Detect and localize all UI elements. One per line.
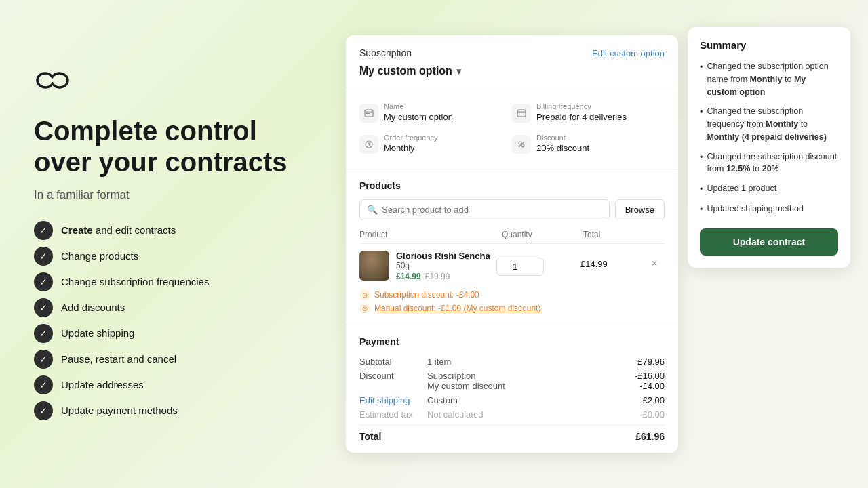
- col-product: Product: [359, 230, 502, 239]
- field-billing: Billing frequency Prepaid for 4 deliveri…: [512, 97, 665, 128]
- col-total: Total: [583, 230, 644, 239]
- feature-item-addresses: ✓ Update addresses: [34, 375, 312, 394]
- subtotal-label: Subtotal: [359, 357, 414, 367]
- discount-custom-amount: -£4.00: [639, 381, 665, 391]
- discount-desc-group: Subscription My custom discount: [427, 371, 624, 391]
- manual-discount-link[interactable]: Manual discount: -£1.00 (My custom disco…: [374, 304, 540, 313]
- subscription-discount-row: ⊙ Subscription discount: -£4.00: [359, 289, 665, 300]
- feature-item-shipping: ✓ Update shipping: [34, 324, 312, 343]
- discount-field-content: Discount 20% discount: [536, 134, 589, 153]
- field-discount: Discount 20% discount: [512, 128, 665, 159]
- search-row: 🔍 Browse: [359, 199, 665, 220]
- product-details: Glorious Rishi Sencha 50g £14.99 £19.99: [396, 251, 490, 281]
- svg-rect-3: [517, 110, 526, 117]
- subtotal-desc: 1 item: [427, 357, 624, 367]
- order-freq-icon: [359, 135, 378, 154]
- discount-custom-desc: My custom discount: [427, 381, 624, 391]
- subscription-header: Subscription Edit custom option My custo…: [346, 35, 678, 87]
- summary-text-3: Updated 1 product: [707, 182, 776, 195]
- browse-button[interactable]: Browse: [615, 199, 665, 220]
- price-current: £14.99: [396, 272, 421, 281]
- feature-label-shipping: Update shipping: [61, 327, 134, 339]
- order-label: Order frequency: [384, 134, 437, 142]
- search-icon: 🔍: [367, 205, 378, 215]
- product-variant: 50g: [396, 261, 490, 270]
- summary-text-2: Changed the subscription discount from 1…: [707, 150, 838, 176]
- tax-amount: £0.00: [624, 409, 665, 420]
- subscription-discount-text: Subscription discount: -£4.00: [374, 290, 479, 300]
- name-label: Name: [384, 102, 453, 110]
- check-icon-shipping: ✓: [34, 324, 53, 343]
- payment-total-row: Total £61.96: [359, 431, 665, 442]
- search-input-wrap[interactable]: 🔍: [359, 199, 610, 220]
- subscription-label: Subscription: [359, 47, 412, 58]
- left-panel: Complete control over your contracts In …: [0, 41, 346, 447]
- edit-shipping-link[interactable]: Edit shipping: [359, 395, 414, 405]
- feature-label-freq: Change subscription frequencies: [61, 276, 209, 287]
- billing-field-content: Billing frequency Prepaid for 4 deliveri…: [536, 102, 627, 122]
- payment-subtotal-row: Subtotal 1 item £79.96: [359, 357, 665, 367]
- payment-shipping-row: Edit shipping Custom £2.00: [359, 395, 665, 405]
- summary-item-2: • Changed the subscription discount from…: [700, 150, 838, 176]
- chevron-down-icon: ▾: [456, 66, 461, 77]
- check-icon-freq: ✓: [34, 272, 53, 291]
- bullet-0: •: [700, 61, 703, 74]
- selected-option-label: My custom option: [359, 65, 452, 77]
- billing-icon: [512, 104, 531, 123]
- tax-label: Estimated tax: [359, 409, 414, 420]
- check-icon-discounts: ✓: [34, 298, 53, 317]
- payment-tax-row: Estimated tax Not calculated £0.00: [359, 409, 665, 420]
- check-icon-create: ✓: [34, 221, 53, 240]
- check-icon-products: ✓: [34, 247, 53, 266]
- quantity-input[interactable]: [496, 258, 544, 276]
- product-total: £14.99: [580, 259, 642, 269]
- feature-label-pause: Pause, restart and cancel: [61, 353, 176, 365]
- product-name: Glorious Rishi Sencha: [396, 251, 490, 261]
- edit-custom-option-link[interactable]: Edit custom option: [592, 48, 665, 58]
- subscription-discount-icon: ⊙: [359, 289, 370, 300]
- product-image: [359, 251, 389, 281]
- discount-label: Discount: [536, 134, 589, 142]
- feature-item-products: ✓ Change products: [34, 247, 312, 266]
- update-contract-button[interactable]: Update contract: [700, 228, 838, 256]
- summary-item-3: • Updated 1 product: [700, 182, 838, 196]
- remove-product-button[interactable]: ×: [644, 258, 665, 270]
- summary-item-0: • Changed the subscription option name f…: [700, 60, 838, 98]
- option-selector[interactable]: My custom option ▾: [359, 65, 665, 77]
- product-info: Glorious Rishi Sencha 50g £14.99 £19.99: [359, 251, 494, 281]
- feature-item-payment: ✓ Update payment methods: [34, 401, 312, 420]
- price-original: £19.99: [425, 272, 450, 281]
- search-input[interactable]: [382, 200, 602, 220]
- col-actions: [644, 230, 665, 239]
- hero-title: Complete control over your contracts: [34, 115, 312, 178]
- product-table-header: Product Quantity Total: [359, 230, 665, 244]
- name-icon: [359, 104, 378, 123]
- order-value: Monthly: [384, 143, 437, 153]
- discount-subscription-desc: Subscription: [427, 371, 624, 381]
- order-field-content: Order frequency Monthly: [384, 134, 437, 153]
- tax-desc: Not calculated: [427, 409, 624, 420]
- check-icon-payment: ✓: [34, 401, 53, 420]
- feature-item-discounts: ✓ Add discounts: [34, 298, 312, 317]
- name-field-content: Name My custom option: [384, 102, 453, 122]
- shipping-amount: £2.00: [624, 395, 665, 405]
- payment-section: Payment Subtotal 1 item £79.96 Discount …: [346, 325, 678, 453]
- feature-item-pause: ✓ Pause, restart and cancel: [34, 350, 312, 369]
- product-thumbnail: [359, 251, 389, 281]
- products-section: Products 🔍 Browse Product Quantity Total: [346, 169, 678, 325]
- feature-label-addresses: Update addresses: [61, 379, 144, 390]
- payment-divider: [359, 425, 665, 426]
- payment-discount-row: Discount Subscription My custom discount…: [359, 371, 665, 391]
- check-icon-pause: ✓: [34, 350, 53, 369]
- right-panel: Subscription Edit custom option My custo…: [346, 0, 868, 488]
- bullet-1: •: [700, 106, 703, 119]
- discount-sub-amount: -£16.00: [635, 371, 665, 381]
- name-value: My custom option: [384, 112, 453, 122]
- subtotal-amount: £79.96: [624, 357, 665, 367]
- discount-value: 20% discount: [536, 143, 589, 153]
- shipping-desc: Custom: [427, 395, 624, 405]
- field-name: Name My custom option: [359, 97, 512, 128]
- billing-value: Prepaid for 4 deliveries: [536, 112, 627, 122]
- svg-point-6: [519, 142, 521, 144]
- summary-text-4: Updated shipping method: [707, 203, 803, 216]
